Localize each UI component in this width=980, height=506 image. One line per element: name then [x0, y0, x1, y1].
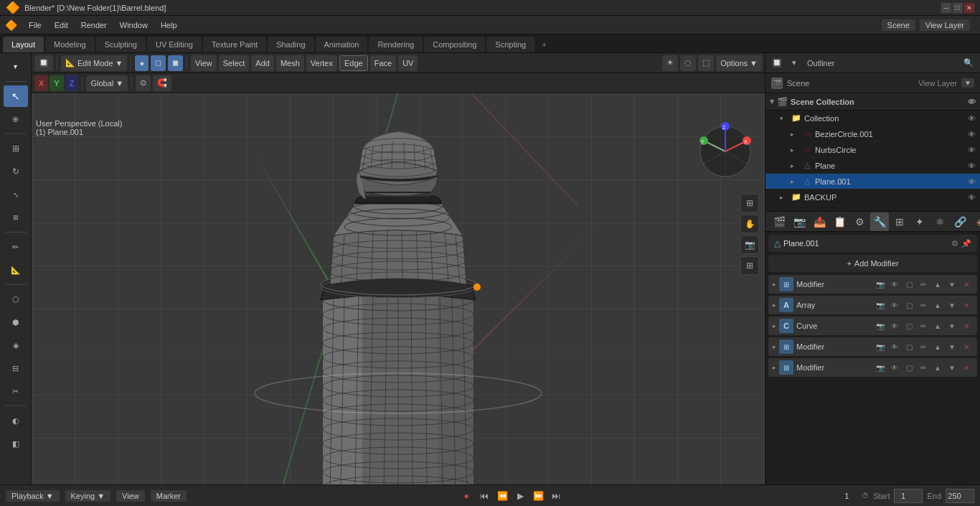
- prev-frame-button[interactable]: ⏪: [494, 488, 510, 504]
- playback-button[interactable]: Playback ▼: [6, 490, 60, 502]
- menu-help[interactable]: Help: [155, 17, 183, 33]
- start-frame-input[interactable]: [894, 489, 923, 503]
- modifier-header-5[interactable]: ▸ ⊞ Modifier 📷 👁 ▢ ✏ ▲ ▼ ✕: [768, 358, 977, 377]
- add-workspace-button[interactable]: +: [536, 37, 552, 52]
- mode-selector-button[interactable]: ▼: [4, 56, 28, 78]
- overlay-button[interactable]: ◌: [680, 55, 696, 71]
- mod-edit-2[interactable]: ✏: [917, 299, 930, 311]
- vertex-select-button[interactable]: ●: [135, 55, 149, 71]
- mod-vis-5[interactable]: ▢: [903, 361, 915, 374]
- view-menu-button[interactable]: View: [191, 55, 217, 71]
- ws-tab-sculpting[interactable]: Sculpting: [96, 37, 146, 52]
- object-constraints-icon[interactable]: 🔗: [951, 212, 969, 231]
- physics-icon[interactable]: ⚛: [930, 212, 949, 231]
- menu-edit[interactable]: Edit: [49, 17, 74, 33]
- mod-up-4[interactable]: ▲: [931, 340, 944, 353]
- backup-visibility[interactable]: 👁: [968, 193, 976, 202]
- bezier-circle-item[interactable]: ▸ ⊃ BezierCircle.001 👁: [765, 126, 980, 142]
- viewport-shading-button[interactable]: ☀: [662, 55, 678, 71]
- mod-render-4[interactable]: 👁: [888, 340, 901, 353]
- engine-selector[interactable]: Scene: [882, 19, 915, 31]
- mod-del-5[interactable]: ✕: [960, 361, 973, 374]
- menu-render[interactable]: Render: [75, 17, 113, 33]
- ws-tab-shading[interactable]: Shading: [268, 37, 314, 52]
- shear-button[interactable]: ◧: [4, 433, 28, 454]
- face-select-button[interactable]: ◼: [168, 55, 183, 71]
- object-data-icon[interactable]: 🔧: [870, 212, 889, 231]
- face-menu-button[interactable]: Face: [370, 55, 396, 71]
- select-menu-button[interactable]: Select: [219, 55, 250, 71]
- mod-edit-5[interactable]: ✏: [917, 361, 930, 374]
- xray-button[interactable]: ⬚: [698, 55, 714, 71]
- smooth-button[interactable]: ◐: [4, 410, 28, 431]
- view-layer-label[interactable]: View Layer: [920, 19, 970, 31]
- edge-menu-button[interactable]: Edge: [339, 55, 368, 71]
- move-tool-button[interactable]: ⊞: [4, 138, 28, 159]
- edge-select-button[interactable]: ◻: [151, 55, 166, 71]
- jump-end-button[interactable]: ⏭: [548, 488, 564, 504]
- mesh-menu-button[interactable]: Mesh: [276, 55, 304, 71]
- modifier-header-2[interactable]: ▸ A Array 📷 👁 ▢ ✏ ▲ ▼ ✕: [768, 296, 977, 314]
- props-options-icon[interactable]: ⚙: [951, 239, 958, 248]
- viewport-type-button[interactable]: 🔲: [34, 55, 53, 71]
- mod-down-3[interactable]: ▼: [946, 319, 958, 332]
- plane001-visibility[interactable]: 👁: [968, 177, 976, 186]
- transform-orientation-button[interactable]: Global ▼: [86, 75, 128, 91]
- rotate-tool-button[interactable]: ↻: [4, 161, 28, 182]
- inset-button[interactable]: ⬢: [4, 311, 28, 333]
- marker-button[interactable]: Marker: [151, 490, 187, 502]
- collection-item[interactable]: ▾ 📁 Collection 👁: [765, 111, 980, 126]
- plane-item[interactable]: ▸ △ Plane 👁: [765, 158, 980, 174]
- close-button[interactable]: ✕: [964, 3, 974, 13]
- mod-edit-4[interactable]: ✏: [917, 340, 930, 353]
- view-layer-props-icon[interactable]: 📋: [830, 212, 849, 231]
- options-button[interactable]: Options ▼: [716, 55, 762, 71]
- mod-cam-3[interactable]: 📷: [874, 319, 887, 332]
- view-layer-dropdown[interactable]: ▼: [961, 78, 974, 88]
- mod-cam-2[interactable]: 📷: [874, 299, 887, 311]
- mod-render-3[interactable]: 👁: [888, 319, 901, 332]
- mod-down-1[interactable]: ▼: [946, 278, 958, 291]
- cursor-tool-button[interactable]: ⊕: [4, 108, 28, 130]
- knife-button[interactable]: ✂: [4, 380, 28, 402]
- navigation-gizmo[interactable]: X Y Z: [693, 119, 758, 184]
- mod-render-1[interactable]: 👁: [888, 278, 901, 291]
- mod-del-4[interactable]: ✕: [960, 340, 973, 353]
- menu-window[interactable]: Window: [114, 17, 154, 33]
- vertex-menu-button[interactable]: Vertex: [306, 55, 337, 71]
- mod-down-4[interactable]: ▼: [946, 340, 958, 353]
- mod-render-2[interactable]: 👁: [888, 299, 901, 311]
- mod-up-3[interactable]: ▲: [931, 319, 944, 332]
- viewport-canvas[interactable]: User Perspective (Local) (1) Plane.001: [32, 93, 765, 484]
- mod-edit-1[interactable]: ✏: [917, 278, 930, 291]
- select-tool-button[interactable]: ↖: [4, 85, 28, 107]
- bevel-button[interactable]: ◈: [4, 334, 28, 356]
- modifier-header-3[interactable]: ▸ C Curve 📷 👁 ▢ ✏ ▲ ▼ ✕: [768, 317, 977, 335]
- render-props-icon[interactable]: 📷: [790, 212, 809, 231]
- record-button[interactable]: ●: [458, 488, 474, 504]
- output-props-icon[interactable]: 📤: [810, 212, 829, 231]
- modifier-header-1[interactable]: ▸ ⊞ Modifier 📷 👁 ▢ ✏ ▲ ▼ ✕: [768, 275, 977, 294]
- ws-tab-layout[interactable]: Layout: [3, 37, 44, 52]
- ws-tab-rendering[interactable]: Rendering: [369, 37, 423, 52]
- mod-del-2[interactable]: ✕: [960, 299, 973, 311]
- mod-vis-4[interactable]: ▢: [903, 340, 915, 353]
- maximize-button[interactable]: □: [953, 3, 963, 13]
- add-menu-button[interactable]: Add: [251, 55, 274, 71]
- scene-collection-eye[interactable]: 👁: [968, 98, 976, 106]
- y-axis-button[interactable]: Y: [50, 75, 63, 91]
- measure-button[interactable]: 📐: [4, 259, 28, 281]
- minimize-button[interactable]: ─: [941, 3, 951, 13]
- menu-file[interactable]: File: [23, 17, 47, 33]
- loop-cut-button[interactable]: ⊟: [4, 357, 28, 379]
- outliner-tree[interactable]: ▾ 📁 Collection 👁 ▸ ⊃ BezierCircle.001 👁 …: [765, 111, 980, 211]
- extrude-button[interactable]: ⬡: [4, 289, 28, 310]
- blender-menu-logo[interactable]: 🔶: [3, 17, 19, 33]
- x-axis-button[interactable]: X: [34, 75, 48, 91]
- mod-down-2[interactable]: ▼: [946, 299, 958, 311]
- transform-tool-button[interactable]: ⊠: [4, 207, 28, 228]
- jump-start-button[interactable]: ⏮: [476, 488, 492, 504]
- mod-render-5[interactable]: 👁: [888, 361, 901, 374]
- timeline-view-button[interactable]: View: [116, 490, 145, 502]
- edit-mode-button[interactable]: 📐 Edit Mode ▼: [61, 55, 127, 71]
